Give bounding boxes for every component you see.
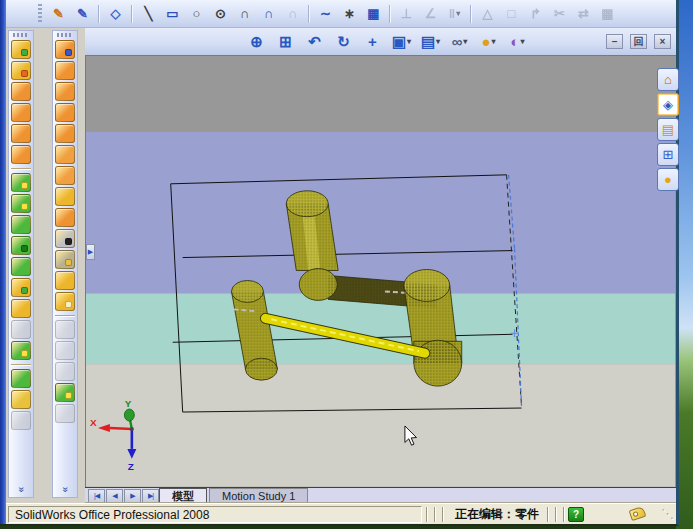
sketch-button[interactable]: ✎ bbox=[48, 3, 69, 24]
swept-boss-icon[interactable] bbox=[11, 103, 31, 122]
scroll-next-button[interactable]: ▶ bbox=[124, 489, 141, 503]
convert-entities-button[interactable]: ↱ bbox=[525, 3, 546, 24]
replace-face-icon[interactable] bbox=[55, 250, 75, 269]
graphics-viewport[interactable]: X Y Z ▶ bbox=[85, 55, 676, 487]
shell-icon[interactable] bbox=[11, 236, 31, 255]
line-button[interactable]: ╲ bbox=[138, 3, 159, 24]
untrim-surface-icon[interactable] bbox=[55, 320, 75, 339]
revolved-surface-icon[interactable] bbox=[55, 61, 75, 80]
draft-icon[interactable] bbox=[11, 257, 31, 276]
dropdown-arrow-icon[interactable]: ▾ bbox=[407, 37, 411, 46]
linear-pattern-icon[interactable] bbox=[11, 320, 31, 339]
move-entities-button[interactable]: ⇄ bbox=[573, 3, 594, 24]
zoom-to-area-button[interactable]: ⊞ bbox=[273, 30, 298, 53]
rapid-sketch-button[interactable]: □ bbox=[501, 3, 522, 24]
add-relation-button[interactable]: ⊥ bbox=[396, 3, 417, 24]
edit-appearance-button[interactable]: ◐▾ bbox=[505, 30, 530, 53]
dropdown-arrow-icon[interactable]: ▾ bbox=[463, 37, 467, 46]
ruled-surface-icon[interactable] bbox=[55, 187, 75, 206]
trim-entities-button[interactable]: ✂ bbox=[549, 3, 570, 24]
display-style-button[interactable]: ▤▾ bbox=[418, 30, 443, 53]
dropdown-arrow-icon[interactable]: ▾ bbox=[521, 37, 525, 46]
display-relations-button[interactable]: ∠ bbox=[420, 3, 441, 24]
view-orientation-button[interactable]: ▣▾ bbox=[389, 30, 414, 53]
spline-button[interactable]: ∼ bbox=[315, 3, 336, 24]
mdi-close-button[interactable]: × bbox=[654, 34, 671, 49]
wrap-icon[interactable] bbox=[11, 299, 31, 318]
sketch-plane-button[interactable]: ◇ bbox=[105, 3, 126, 24]
extruded-boss-icon[interactable] bbox=[11, 40, 31, 59]
design-library-tab[interactable]: ◈ bbox=[657, 93, 679, 116]
three-point-arc-button[interactable]: ∩ bbox=[282, 3, 303, 24]
zoom-to-fit-button[interactable]: ⊕ bbox=[244, 30, 269, 53]
sketch-picture-button[interactable]: ▦ bbox=[597, 3, 618, 24]
fillet-icon[interactable] bbox=[11, 173, 31, 192]
mirror-icon[interactable] bbox=[11, 341, 31, 360]
filled-surface-icon[interactable] bbox=[55, 292, 75, 311]
extend-surface-icon[interactable] bbox=[55, 208, 75, 227]
scroll-first-button[interactable]: |◀ bbox=[88, 489, 105, 503]
deform-icon[interactable] bbox=[11, 411, 31, 430]
mirror-entities-button[interactable]: ‖▾ bbox=[444, 3, 465, 24]
perimeter-circle-button[interactable]: ⊙ bbox=[210, 3, 231, 24]
swept-surface-icon[interactable] bbox=[55, 82, 75, 101]
extruded-surface-icon[interactable] bbox=[55, 40, 75, 59]
toolbar-drag-handle[interactable] bbox=[38, 4, 42, 24]
cut-with-surface-icon[interactable] bbox=[55, 404, 75, 423]
rotate-view-button[interactable]: ↻ bbox=[331, 30, 356, 53]
hide-show-items-button[interactable]: ∞▾ bbox=[447, 30, 472, 53]
dome-icon[interactable] bbox=[11, 369, 31, 388]
dropdown-arrow-icon[interactable]: ▾ bbox=[436, 37, 440, 46]
knit-surface-icon[interactable] bbox=[55, 271, 75, 290]
boundary-boss-icon[interactable] bbox=[11, 145, 31, 164]
check-sketch-button[interactable]: △ bbox=[477, 3, 498, 24]
surface-fillet-icon[interactable] bbox=[55, 383, 75, 402]
mdi-restore-button[interactable]: 回 bbox=[630, 34, 647, 49]
planar-surface-icon[interactable] bbox=[55, 145, 75, 164]
centerpoint-arc-button[interactable]: ∩ bbox=[234, 3, 255, 24]
extruded-cut-icon[interactable] bbox=[11, 61, 31, 80]
3d-sketch-button[interactable]: ✎ bbox=[72, 3, 93, 24]
tangent-arc-button[interactable]: ∩ bbox=[258, 3, 279, 24]
view-palette-tab[interactable]: ⊞ bbox=[657, 143, 679, 166]
toolbar-drag-handle[interactable] bbox=[57, 33, 73, 37]
pan-button[interactable]: + bbox=[360, 30, 385, 53]
toolbar-overflow-chevron[interactable]: » bbox=[16, 478, 27, 502]
file-explorer-tab[interactable]: ▤ bbox=[657, 118, 679, 141]
chamfer-icon[interactable] bbox=[11, 194, 31, 213]
boundary-surface-icon[interactable] bbox=[55, 124, 75, 143]
toolbar-overflow-chevron[interactable]: » bbox=[60, 478, 71, 502]
tool-icon: ✎ bbox=[53, 6, 64, 21]
previous-view-button[interactable]: ↶ bbox=[302, 30, 327, 53]
dropdown-arrow-icon[interactable]: ▾ bbox=[456, 9, 460, 18]
scroll-previous-button[interactable]: ◀ bbox=[106, 489, 123, 503]
scroll-last-button[interactable]: ▶| bbox=[142, 489, 159, 503]
quick-tips-help-button[interactable]: ? bbox=[568, 507, 584, 522]
lofted-surface-icon[interactable] bbox=[55, 103, 75, 122]
tab-motion-study-1[interactable]: Motion Study 1 bbox=[209, 488, 308, 504]
apply-scene-button[interactable]: ●▾ bbox=[476, 30, 501, 53]
linear-sketch-pattern-button[interactable]: ▦ bbox=[363, 3, 384, 24]
resize-grip[interactable]: ⋱ bbox=[661, 506, 674, 521]
appearances-tab[interactable]: ● bbox=[657, 168, 679, 191]
hole-wizard-icon[interactable] bbox=[11, 278, 31, 297]
offset-surface-icon[interactable] bbox=[55, 166, 75, 185]
feature-manager-expand-arrow[interactable]: ▶ bbox=[86, 244, 95, 260]
dropdown-arrow-icon[interactable]: ▾ bbox=[492, 37, 496, 46]
revolved-boss-icon[interactable] bbox=[11, 82, 31, 101]
rib-icon[interactable] bbox=[11, 215, 31, 234]
corner-rectangle-button[interactable]: ▭ bbox=[162, 3, 183, 24]
trim-surface-icon[interactable] bbox=[55, 341, 75, 360]
flex-icon[interactable] bbox=[11, 390, 31, 409]
solidworks-resources-tab[interactable]: ⌂ bbox=[657, 68, 679, 91]
tag-icon[interactable] bbox=[629, 506, 647, 521]
lofted-boss-icon[interactable] bbox=[11, 124, 31, 143]
thicken-icon[interactable] bbox=[55, 362, 75, 381]
toolbar-drag-handle[interactable] bbox=[13, 33, 29, 37]
mdi-minimize-button[interactable]: – bbox=[606, 34, 623, 49]
tab-model[interactable]: 模型 bbox=[159, 488, 207, 504]
circle-button[interactable]: ○ bbox=[186, 3, 207, 24]
delete-face-icon[interactable] bbox=[55, 229, 75, 248]
graphics-scene[interactable]: X Y Z bbox=[86, 56, 675, 487]
point-button[interactable]: ∗ bbox=[339, 3, 360, 24]
